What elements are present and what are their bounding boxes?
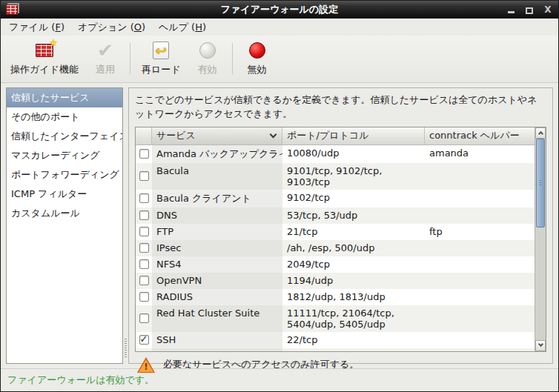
service-ports-cell: 10080/udp	[282, 145, 425, 163]
service-enabled-checkbox[interactable]	[139, 259, 149, 269]
sidebar-item[interactable]: カスタムルール	[7, 204, 122, 223]
column-header-conntrack[interactable]: conntrack ヘルパー	[425, 127, 535, 145]
toolbar-button[interactable]: ✔ 適用	[85, 37, 125, 81]
table-body: Amanda バックアップクライアント 10080/udp amanda Bac…	[136, 145, 535, 352]
maximize-button[interactable]	[524, 4, 535, 15]
sidebar-item[interactable]: その他のポート	[7, 107, 122, 127]
disable-circle-icon	[249, 42, 265, 59]
service-conntrack-cell	[425, 256, 535, 273]
minimize-icon	[508, 11, 515, 13]
service-name-cell: SSL 上の IMAP	[152, 348, 282, 352]
service-enabled-checkbox[interactable]	[139, 335, 149, 345]
service-ports-cell: 22/tcp	[282, 332, 425, 348]
service-enabled-checkbox[interactable]	[139, 292, 149, 302]
close-button[interactable]: X	[543, 4, 553, 15]
services-table: サービス ポート/プロトコル conntrack ヘルパー Amanda バック…	[135, 127, 546, 352]
service-name-cell: DNS	[152, 207, 282, 224]
scrollbar-up-button[interactable]	[535, 127, 546, 139]
table-row[interactable]: SSL 上の IMAP 993/tcp	[136, 348, 535, 352]
wizard-brick-icon	[36, 44, 53, 57]
sidebar-item[interactable]: ICMP フィルター	[7, 185, 122, 204]
table-row[interactable]: Red Hat Cluster Suite 11111/tcp, 21064/t…	[136, 305, 535, 332]
service-name-cell: Bacula	[152, 163, 282, 190]
table-row[interactable]: SSH 22/tcp	[136, 332, 535, 348]
service-enabled-checkbox[interactable]	[139, 227, 149, 236]
table-row[interactable]: Bacula クライアント 9102/tcp	[136, 190, 535, 207]
scrollbar-thumb[interactable]	[536, 139, 545, 227]
firewall-app-icon	[6, 4, 18, 15]
column-header-service-label: サービス	[156, 129, 196, 142]
column-header-ports[interactable]: ポート/プロトコル	[282, 127, 425, 145]
sort-descending-icon	[270, 130, 277, 138]
table-row[interactable]: Bacula 9101/tcp, 9102/tcp, 9103/tcp	[136, 163, 535, 190]
table-row[interactable]: Amanda バックアップクライアント 10080/udp amanda	[136, 145, 535, 163]
menubar: ファイル (F) オプション (O) ヘルプ (H)	[1, 19, 558, 36]
sidebar-item[interactable]: 信頼したサービス	[7, 88, 122, 107]
service-conntrack-cell	[425, 207, 535, 224]
service-ports-cell: 1194/udp	[282, 273, 425, 289]
content-area: 信頼したサービス その他のポート 信頼したインターフェイス: マスカレーディング…	[1, 83, 558, 368]
toolbar-button[interactable]: 再ロード	[135, 37, 188, 81]
menu-item-label-close: )	[202, 21, 206, 33]
minimize-button[interactable]	[506, 4, 516, 15]
menu-item[interactable]: オプション (O)	[71, 19, 152, 36]
service-name-cell: FTP	[152, 224, 282, 240]
toolbar-button-label: 有効	[198, 63, 217, 76]
close-icon: X	[544, 4, 551, 15]
table-row[interactable]: OpenVPN 1194/udp	[136, 273, 535, 289]
menu-item-label: オプション (	[78, 21, 134, 34]
service-ports-cell: 53/tcp, 53/udp	[282, 207, 425, 224]
column-header-checkbox[interactable]	[136, 127, 152, 145]
service-enabled-checkbox[interactable]	[139, 313, 149, 323]
menu-item[interactable]: ヘルプ (H)	[152, 19, 213, 36]
menu-item[interactable]: ファイル (F)	[2, 19, 71, 36]
column-header-ports-label: ポート/プロトコル	[287, 129, 369, 142]
service-ports-cell: 1812/udp, 1813/udp	[282, 289, 425, 305]
service-enabled-checkbox[interactable]	[139, 210, 149, 220]
sidebar-item[interactable]: マスカレーディング	[7, 146, 122, 165]
toolbar-button-label: 適用	[96, 63, 115, 76]
service-enabled-checkbox[interactable]	[139, 171, 149, 181]
service-conntrack-cell	[425, 289, 535, 305]
service-conntrack-cell	[425, 348, 535, 352]
service-name-cell: SSH	[152, 332, 282, 348]
service-name-cell: Red Hat Cluster Suite	[152, 305, 282, 332]
table-row[interactable]: NFS4 2049/tcp	[136, 256, 535, 273]
service-enabled-checkbox[interactable]	[139, 149, 149, 159]
toolbar-button[interactable]: 操作ガイド機能	[4, 37, 85, 81]
table-row[interactable]: IPsec /ah, /esp, 500/udp	[136, 240, 535, 256]
service-ports-cell: 993/tcp	[282, 348, 425, 352]
column-header-conntrack-label: conntrack ヘルパー	[429, 129, 520, 142]
menu-item-mnemonic: O	[134, 21, 142, 33]
service-name-cell: Bacula クライアント	[152, 190, 282, 207]
column-header-service[interactable]: サービス	[152, 127, 282, 145]
menu-item-label: ファイル (	[9, 21, 55, 34]
sidebar-item[interactable]: ポートフォワーディング	[7, 165, 122, 185]
paned-grip-handle[interactable]	[125, 339, 127, 358]
toolbar-button-label: 再ロード	[142, 63, 181, 76]
paned-divider[interactable]	[123, 87, 128, 364]
table-row[interactable]: FTP 21/tcp ftp	[136, 224, 535, 240]
menu-item-label-close: )	[142, 21, 145, 33]
menu-item-mnemonic: H	[195, 21, 202, 33]
scrollbar-down-button[interactable]	[535, 340, 546, 351]
titlebar[interactable]: ファイアーウォールの設定 X	[1, 1, 558, 19]
service-ports-cell: 9101/tcp, 9102/tcp, 9103/tcp	[282, 163, 425, 190]
service-enabled-checkbox[interactable]	[139, 276, 149, 285]
table-row[interactable]: DNS 53/tcp, 53/udp	[136, 207, 535, 224]
vertical-scrollbar[interactable]	[535, 127, 546, 351]
service-name-cell: IPsec	[152, 240, 282, 256]
sidebar-item[interactable]: 信頼したインターフェイス:	[7, 127, 122, 146]
toolbar-button[interactable]: 無効	[237, 37, 277, 81]
menu-item-mnemonic: F	[55, 21, 60, 33]
service-conntrack-cell	[425, 273, 535, 289]
toolbar-button-label: 操作ガイド機能	[10, 63, 79, 76]
service-enabled-checkbox[interactable]	[139, 193, 149, 203]
service-conntrack-cell	[425, 190, 535, 207]
service-enabled-checkbox[interactable]	[139, 243, 149, 253]
table-header-row: サービス ポート/プロトコル conntrack ヘルパー	[136, 127, 535, 145]
toolbar-button[interactable]: 有効	[188, 37, 228, 81]
table-row[interactable]: RADIUS 1812/udp, 1813/udp	[136, 289, 535, 305]
service-name-cell: OpenVPN	[152, 273, 282, 289]
chevron-up-icon	[538, 131, 543, 136]
